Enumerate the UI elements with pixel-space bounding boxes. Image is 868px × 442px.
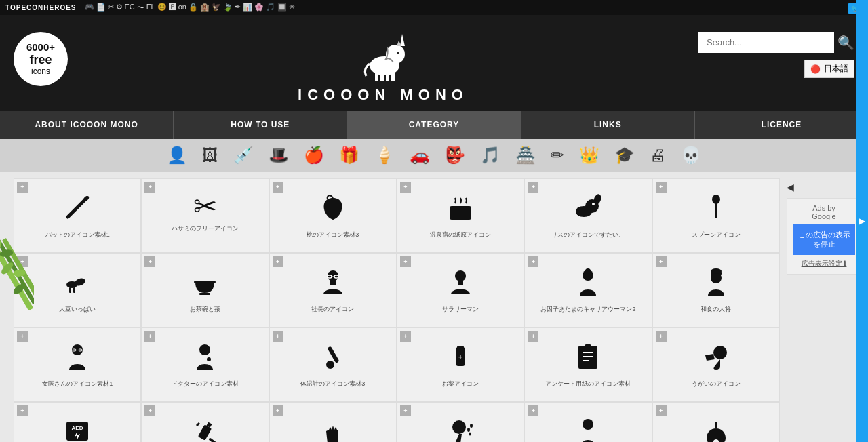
cat-building[interactable]: 🏯 [512,144,539,166]
lang-select[interactable]: 🔴 日本語 [804,60,854,78]
cat-person[interactable]: 👤 [163,144,191,166]
cat-skull[interactable]: 💀 [677,144,705,166]
topbar-icon-9: 🅿 [169,3,176,13]
icon-card-boss[interactable]: + 社長のアイコン [269,253,397,327]
icon-card-bowl[interactable]: + お茶碗と茶 [141,253,269,327]
icon-card-squirrel[interactable]: + リスのアイコンですたい。 [524,178,652,253]
cat-image[interactable]: 🖼 [199,144,222,166]
icon-glove [318,416,348,442]
add-badge: + [273,182,283,193]
icon-label-gargle: うがいのアイコン [692,380,741,388]
icon-card-aed[interactable]: + AED AEDのアイコン素材2 [14,402,141,442]
topbar-icon-8: 😊 [157,3,167,13]
svg-point-69 [470,424,473,428]
topbar-icon-19: 🔲 [277,3,287,13]
icon-card-peach[interactable]: + 桃のアイコン素材3 [269,178,397,253]
topbar-icon-4: ⚙ [116,3,123,13]
icon-card-career-woman[interactable]: + お因子あたまのキャリアウーマン2 [524,253,652,327]
icon-card-scissors[interactable]: + ✂ ハサミのフリーアイコン [141,178,269,253]
cat-food[interactable]: 🍎 [300,144,328,166]
right-edge-bar: ▶ [856,0,868,442]
nav-links[interactable]: LINKS [521,110,695,139]
icon-bowl [190,267,220,302]
svg-point-21 [576,206,592,217]
svg-rect-6 [380,73,384,81]
svg-point-4 [397,52,399,54]
add-badge: + [528,405,538,416]
icon-lung2 [701,416,731,442]
svg-marker-2 [400,34,405,46]
topbar-icon-20: ✳ [289,3,295,13]
search-button[interactable]: 🔍 [837,35,854,51]
icon-cough [446,416,475,442]
category-bar: 👤 🖼 💉 🎩 🍎 🎁 🍦 🚗 👺 🎵 🏯 ✏ 👑 🎓 🖨 💀 [0,139,868,172]
add-badge: + [656,182,667,193]
icon-card-onsen[interactable]: + 温泉宿の紙原アイコン [397,178,524,253]
icon-card-questionnaire[interactable]: + アンケート用紙のアイコン素材 [524,327,652,402]
nav-licence[interactable]: LICENCE [695,110,868,139]
nav-category[interactable]: CATEGORY [347,110,521,139]
cat-medical[interactable]: 💉 [230,144,257,166]
icon-card-syringe[interactable]: + 注射器のアイコン素材 [141,402,269,442]
header-right: 🔍 🔴 日本語 [698,32,854,78]
cat-hat[interactable]: 🎩 [265,144,292,166]
cat-sweet[interactable]: 🍦 [371,144,398,166]
nav-about[interactable]: ABOUT ICOOON MONO [0,110,174,139]
nav-how[interactable]: HOW TO USE [174,110,347,139]
cat-grad[interactable]: 🎓 [611,144,638,166]
svg-point-49 [207,357,211,361]
stop-ad-button[interactable]: この広告の表示を停止 [793,224,855,255]
search-bar: 🔍 [698,32,854,53]
topbar-icon-2: 📄 [96,3,106,13]
badge-free: free [29,54,52,67]
svg-rect-50 [327,346,339,363]
icon-card-spoon[interactable]: + スプーンアイコン [652,178,780,253]
add-badge: + [528,256,538,267]
svg-rect-8 [391,73,395,81]
icon-boss [318,267,348,302]
icon-card-glove[interactable]: + 手袋のアイコン [269,402,397,442]
right-arrow-icon[interactable]: ▶ [859,216,865,226]
nav-arrow[interactable]: ◀ [787,182,861,193]
cat-pencil[interactable]: ✏ [547,144,568,166]
icon-card-doctor[interactable]: + ドクターのアイコン素材 [141,327,269,402]
icon-card-medicine[interactable]: + + お薬アイコン [397,327,524,402]
cat-printer[interactable]: 🖨 [646,144,669,166]
icon-card-salaryman[interactable]: + サラリーマン [397,253,524,327]
icon-card-female-doctor[interactable]: + 女医さんのアイコン素材1 [14,327,141,402]
svg-point-51 [326,361,334,369]
top-bar: TOPECONHEROES 🎮 📄 ✂ ⚙ EC 〜 FL 😊 🅿 on 🔒 🏨… [0,0,868,15]
ad-settings-link[interactable]: 広告表示設定 ℹ [793,259,855,268]
cat-mask[interactable]: 👺 [441,144,469,166]
icon-chef [701,267,731,302]
cat-crown[interactable]: 👑 [576,144,603,166]
icon-card-chef[interactable]: + 和食の大将 [652,253,780,327]
icon-card-cough[interactable]: + 咳のアイコン [397,402,524,442]
add-badge: + [17,182,28,193]
add-badge: + [528,182,538,193]
icon-card-gargle[interactable]: + うがいのアイコン [652,327,780,402]
topbar-icon-12: 🏨 [200,3,210,13]
icon-card-lung1[interactable]: + 肺のアイコン素材4 [524,402,652,442]
search-input[interactable] [698,32,834,53]
icon-label-thermometer: 体温計のアイコン素材3 [300,380,365,388]
svg-rect-30 [194,281,216,283]
svg-point-1 [386,45,405,64]
icon-card-lung2[interactable]: + 肺のアイコン素材2 [652,402,780,442]
add-badge: + [656,405,667,416]
icon-beans [62,267,92,302]
svg-text:+: + [458,353,462,361]
svg-line-66 [197,423,199,426]
cat-car[interactable]: 🚗 [406,144,433,166]
svg-rect-5 [375,73,378,81]
add-badge: + [273,331,283,342]
cat-gift[interactable]: 🎁 [336,144,363,166]
cat-music[interactable]: 🎵 [477,144,504,166]
add-badge: + [400,182,411,193]
icon-card-thermometer[interactable]: + 体温計のアイコン素材3 [269,327,397,402]
topbar-icon-11: 🔒 [189,3,198,13]
topbar-icon-7: FL [146,3,155,13]
svg-point-60 [713,346,727,359]
svg-point-44 [72,344,83,355]
add-badge: + [528,331,538,342]
